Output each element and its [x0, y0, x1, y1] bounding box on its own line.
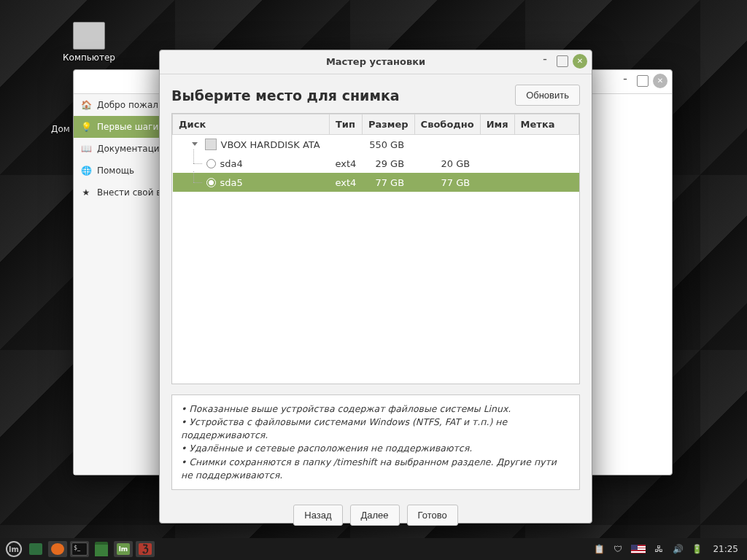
maximize-button[interactable]	[637, 75, 649, 87]
battery-icon[interactable]: 🔋	[691, 543, 703, 555]
notes-box: Показанные выше устройства содержат файл…	[171, 394, 580, 490]
wizard-window: Мастер установки Выберите место для сним…	[159, 50, 592, 524]
close-button[interactable]	[573, 54, 587, 69]
home-icon: 🏠	[81, 100, 91, 110]
sidebar-item-first-steps[interactable]: 💡Первые шаги	[74, 116, 172, 138]
col-name[interactable]: Имя	[480, 114, 514, 135]
note-line: Показанные выше устройства содержат файл…	[181, 402, 570, 416]
harddisk-icon	[205, 139, 217, 150]
disk-row[interactable]: VBOX HARDDISK ATA550 GB	[173, 135, 579, 155]
clock[interactable]: 21:25	[710, 544, 741, 554]
next-button[interactable]: Далее	[350, 505, 400, 526]
close-button[interactable]	[653, 74, 667, 88]
sidebar-item-documentation[interactable]: 📖Документаци	[74, 138, 172, 160]
wizard-titlebar[interactable]: Мастер установки	[160, 50, 592, 74]
task-firefox[interactable]	[48, 541, 67, 557]
star-icon: ★	[81, 187, 91, 198]
desktop-icon-computer[interactable]: Компьютер	[60, 22, 118, 63]
col-label[interactable]: Метка	[514, 114, 578, 135]
note-line: Устройства с файловыми системами Windows…	[181, 416, 570, 442]
menu-button[interactable]: ⅼⅿ	[4, 541, 23, 557]
system-tray: 📋 🛡 🖧 🔊 🔋 21:25	[593, 543, 743, 555]
col-type[interactable]: Тип	[330, 114, 363, 135]
radio-button[interactable]	[206, 178, 216, 187]
volume-icon[interactable]: 🔊	[672, 543, 684, 555]
chevron-down-icon[interactable]	[192, 142, 198, 146]
keyboard-layout-us[interactable]	[631, 545, 646, 553]
back-button[interactable]: Назад	[293, 505, 342, 526]
updates-icon[interactable]: 📋	[593, 543, 605, 555]
book-icon: 📖	[81, 144, 91, 154]
radio-button[interactable]	[206, 159, 216, 168]
task-files[interactable]	[92, 541, 111, 557]
minimize-button[interactable]	[618, 74, 632, 88]
desktop-icon-label: Компьютер	[60, 52, 118, 63]
device-tree[interactable]: Диск Тип Размер Свободно Имя Метка VBOX …	[171, 113, 580, 384]
terminal-icon: $_	[71, 542, 88, 556]
minimize-button[interactable]	[538, 54, 552, 69]
show-desktop-button[interactable]	[26, 541, 45, 557]
col-size[interactable]: Размер	[363, 114, 415, 135]
partition-row[interactable]: sda4ext429 GB20 GB	[173, 154, 579, 173]
mint-logo-icon: ⅼⅿ	[6, 541, 22, 557]
globe-icon: 🌐	[81, 166, 91, 176]
shield-icon[interactable]: 🛡	[612, 543, 624, 555]
task-timeshift[interactable]: ℨ	[136, 541, 155, 557]
timeshift-icon: ℨ	[139, 543, 152, 555]
taskbar[interactable]: ⅼⅿ $_ lm ℨ 📋 🛡 🖧 🔊 🔋 21:25	[0, 538, 747, 560]
sidebar-item-contribute[interactable]: ★Внести свой в	[74, 182, 172, 203]
mint-icon: lm	[117, 543, 130, 555]
firefox-icon	[51, 543, 64, 555]
computer-icon	[73, 22, 105, 50]
sidebar-item-help[interactable]: 🌐Помощь	[74, 160, 172, 182]
wizard-title: Мастер установки	[326, 56, 425, 67]
wizard-heading: Выберите место для снимка	[171, 88, 400, 104]
desktop-icon	[29, 543, 42, 555]
done-button[interactable]: Готово	[407, 505, 458, 526]
refresh-button[interactable]: Обновить	[515, 85, 580, 106]
desktop-icon-home-label[interactable]: Дом	[51, 124, 70, 134]
col-free[interactable]: Свободно	[414, 114, 480, 135]
bulb-icon: 💡	[81, 122, 91, 132]
network-icon[interactable]: 🖧	[653, 543, 665, 555]
note-line: Удалённые и сетевые расположения не подд…	[181, 442, 570, 455]
sidebar-item-welcome[interactable]: 🏠Добро пожал	[74, 94, 172, 116]
col-disk[interactable]: Диск	[173, 114, 330, 135]
task-terminal[interactable]: $_	[70, 541, 89, 557]
task-welcome[interactable]: lm	[114, 541, 133, 557]
folder-icon	[95, 542, 108, 556]
partition-row[interactable]: sda5ext477 GB77 GB	[173, 173, 579, 192]
note-line: Снимки сохраняются в папку /timeshift на…	[181, 456, 570, 482]
welcome-sidebar: 🏠Добро пожал 💡Первые шаги 📖Документаци 🌐…	[74, 94, 173, 475]
maximize-button[interactable]	[557, 55, 568, 67]
